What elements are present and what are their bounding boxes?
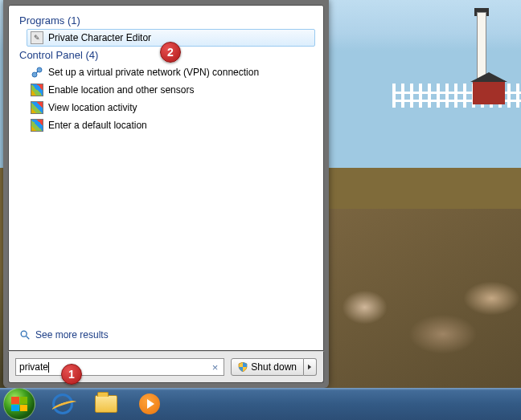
shutdown-options-button[interactable] <box>304 358 317 376</box>
callout-badge-1: 1 <box>61 364 82 385</box>
result-label: Set up a virtual private network (VPN) c… <box>48 67 259 78</box>
shutdown-button[interactable]: Shut down <box>231 358 304 376</box>
media-player-icon <box>139 393 160 414</box>
result-enter-default-location[interactable]: Enter a default location <box>27 116 315 134</box>
control-panel-icon <box>31 84 43 96</box>
search-input-wrapper[interactable]: private × <box>15 358 224 376</box>
callout-badge-2: 2 <box>160 42 181 63</box>
result-label: Private Character Editor <box>48 32 151 43</box>
network-icon <box>31 66 43 79</box>
start-button[interactable] <box>3 388 35 420</box>
shutdown-label: Shut down <box>251 361 297 373</box>
shutdown-group: Shut down <box>231 358 317 376</box>
result-vpn-connection[interactable]: Set up a virtual private network (VPN) c… <box>27 63 315 81</box>
text-caret <box>48 362 49 373</box>
control-panel-icon <box>31 101 43 114</box>
category-header-programs: Programs (1) <box>17 12 315 29</box>
svg-line-4 <box>27 336 30 340</box>
taskbar-internet-explorer[interactable] <box>42 390 84 418</box>
result-view-location-activity[interactable]: View location activity <box>27 99 315 116</box>
result-label: View location activity <box>48 102 137 113</box>
search-icon <box>19 329 31 340</box>
shield-icon <box>238 362 248 372</box>
pce-icon: ✎ <box>31 31 43 44</box>
svg-point-3 <box>21 331 27 336</box>
taskbar <box>0 388 521 420</box>
result-label: Enter a default location <box>48 120 147 131</box>
clear-search-button[interactable]: × <box>210 361 221 373</box>
result-label: Enable location and other sensors <box>48 84 194 96</box>
windows-logo-icon <box>11 397 27 411</box>
taskbar-windows-explorer[interactable] <box>85 390 127 418</box>
svg-line-2 <box>36 71 38 73</box>
internet-explorer-icon <box>52 393 73 414</box>
wallpaper-rocks <box>326 209 521 388</box>
start-menu-footer: private × Shut down <box>8 351 324 383</box>
chevron-right-icon <box>308 361 312 373</box>
see-more-label: See more results <box>35 329 109 340</box>
wallpaper-house <box>473 80 505 104</box>
folder-icon <box>95 395 117 413</box>
control-panel-icon <box>31 119 43 132</box>
search-text: private <box>19 361 48 373</box>
taskbar-media-player[interactable] <box>129 390 170 418</box>
result-enable-location-sensors[interactable]: Enable location and other sensors <box>27 81 315 99</box>
see-more-results[interactable]: See more results <box>17 324 315 345</box>
